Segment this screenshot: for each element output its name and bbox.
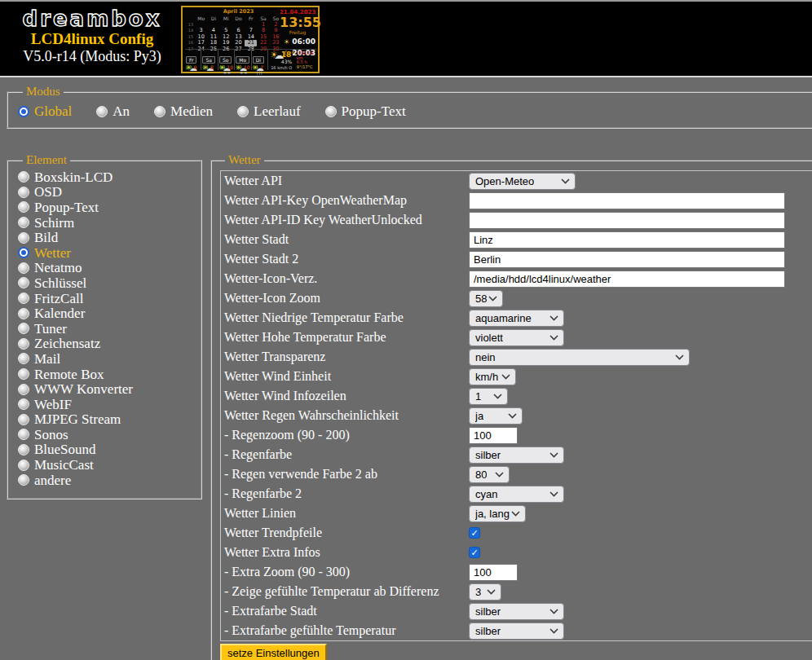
element-radio-popup-text[interactable] [18, 201, 29, 213]
wetter-regen-wahrscheinlichkeit-select[interactable]: ja [469, 407, 523, 425]
element-option-label[interactable]: Remote Box [34, 367, 104, 381]
element-option-label[interactable]: Boxskin-LCD [34, 170, 113, 184]
element-option-zeichensatz[interactable]: Zeichensatz [18, 337, 196, 352]
modus-option-an[interactable]: An [96, 104, 130, 118]
element-radio-schlüssel[interactable] [18, 277, 29, 288]
wetter-hohe-temperatur-farbe-select[interactable]: violett [469, 329, 564, 346]
element-option-label[interactable]: Mail [34, 352, 60, 366]
element-option-label[interactable]: Popup-Text [34, 200, 99, 214]
element-radio-remote-box[interactable] [18, 368, 29, 380]
regen-verwende-farbe-2-ab-select[interactable]: 80 [469, 466, 510, 483]
element-option-label[interactable]: Tuner [34, 322, 67, 336]
wetter-stadt-2-input[interactable] [469, 251, 785, 268]
element-radio-boxskin-lcd[interactable] [18, 171, 29, 183]
element-option-mail[interactable]: Mail [18, 351, 196, 367]
modus-option-leerlauf[interactable]: Leerlauf [237, 104, 301, 118]
element-radio-bluesound[interactable] [18, 444, 29, 455]
element-option-kalender[interactable]: Kalender [18, 306, 196, 321]
element-option-label[interactable]: Wetter [34, 246, 71, 260]
element-option-label[interactable]: FritzCall [34, 292, 83, 306]
modus-radio-an[interactable] [96, 106, 108, 117]
element-option-label[interactable]: andere [34, 473, 71, 487]
modus-radio-leerlauf[interactable] [237, 106, 249, 117]
element-radio-tuner[interactable] [18, 323, 29, 334]
element-option-schirm[interactable]: Schirm [18, 215, 196, 231]
element-option-label[interactable]: Bild [34, 231, 58, 244]
element-radio-bild[interactable] [18, 232, 29, 244]
element-option-remote-box[interactable]: Remote Box [18, 367, 196, 382]
element-option-popup-text[interactable]: Popup-Text [18, 200, 196, 215]
element-radio-osd[interactable] [18, 187, 29, 198]
element-option-osd[interactable]: OSD [18, 185, 196, 200]
modus-option-popup-text[interactable]: Popup-Text [325, 104, 406, 118]
zeige-gefuehlte-temperatur-ab-differenz-select[interactable]: 3 [469, 583, 501, 601]
modus-option-label[interactable]: Global [34, 104, 72, 118]
element-option-tuner[interactable]: Tuner [18, 321, 196, 337]
element-option-www-konverter[interactable]: WWW Konverter [18, 381, 196, 397]
element-radio-musiccast[interactable] [18, 460, 29, 471]
wetter-api-id-key-weatherunlocked-input[interactable] [469, 212, 785, 229]
element-option-netatmo[interactable]: Netatmo [18, 261, 196, 276]
element-option-schlüssel[interactable]: Schlüssel [18, 275, 196, 291]
element-radio-mail[interactable] [18, 353, 29, 364]
element-option-label[interactable]: Sonos [34, 428, 68, 442]
element-option-boxskin-lcd[interactable]: Boxskin-LCD [18, 169, 196, 185]
element-option-wetter[interactable]: Wetter [18, 245, 196, 261]
element-radio-netatmo[interactable] [18, 262, 29, 274]
element-option-label[interactable]: Netatmo [34, 261, 82, 275]
wetter-api-key-openweathermap-input[interactable] [469, 192, 785, 209]
element-radio-wetter[interactable] [18, 247, 29, 258]
wetter-wind-einheit-select[interactable]: km/h [469, 368, 516, 385]
element-option-label[interactable]: WebIF [34, 398, 72, 411]
element-radio-www-konverter[interactable] [18, 384, 29, 395]
wetter-icon-verz-input[interactable] [469, 271, 785, 288]
element-radio-sonos[interactable] [18, 429, 29, 440]
wetter-trendpfeile-checkbox[interactable]: ✓ [469, 527, 480, 539]
wetter-stadt-input[interactable] [469, 231, 785, 249]
modus-radio-medien[interactable] [154, 106, 165, 117]
element-radio-andere[interactable] [18, 474, 29, 486]
element-option-label[interactable]: Schlüssel [34, 276, 86, 290]
wetter-icon-zoom-select[interactable]: 58 [469, 290, 503, 307]
wetter-extra-infos-checkbox[interactable]: ✓ [469, 547, 480, 558]
element-option-label[interactable]: BlueSound [34, 442, 96, 456]
wetter-linien-select[interactable]: ja, lang [469, 505, 526, 522]
extrafarbe-gefuehlte-temperatur-select[interactable]: silber [469, 623, 564, 640]
element-option-musiccast[interactable]: MusicCast [18, 457, 196, 473]
wetter-transparenz-select[interactable]: nein [469, 349, 690, 366]
element-option-bluesound[interactable]: BlueSound [18, 442, 196, 458]
element-option-mjpeg-stream[interactable]: MJPEG Stream [18, 412, 196, 428]
extrafarbe-stadt-select[interactable]: silber [469, 603, 564, 620]
element-option-label[interactable]: Zeichensatz [34, 337, 100, 350]
element-radio-schirm[interactable] [18, 217, 29, 228]
element-radio-webif[interactable] [18, 398, 29, 410]
element-radio-zeichensatz[interactable] [18, 338, 29, 350]
element-option-label[interactable]: MJPEG Stream [34, 412, 121, 426]
modus-option-label[interactable]: An [113, 104, 130, 118]
element-radio-fritzcall[interactable] [18, 293, 29, 304]
modus-radio-popup-text[interactable] [325, 106, 337, 117]
element-option-label[interactable]: OSD [34, 185, 62, 199]
apply-settings-button[interactable]: setze Einstellungen [220, 644, 327, 660]
element-option-bild[interactable]: Bild [18, 230, 196, 245]
element-option-webif[interactable]: WebIF [18, 397, 196, 412]
modus-option-label[interactable]: Popup-Text [342, 104, 406, 118]
element-radio-kalender[interactable] [18, 308, 29, 319]
element-option-andere[interactable]: andere [18, 473, 196, 488]
wetter-wind-infozeilen-select[interactable]: 1 [469, 388, 508, 405]
element-option-sonos[interactable]: Sonos [18, 427, 196, 442]
element-option-label[interactable]: MusicCast [34, 458, 94, 472]
extra-zoom-input[interactable] [469, 564, 518, 581]
wetter-niedrige-temperatur-farbe-select[interactable]: aquamarine [469, 310, 564, 327]
element-option-label[interactable]: Kalender [34, 306, 85, 320]
modus-option-label[interactable]: Leerlauf [254, 104, 301, 118]
element-option-fritzcall[interactable]: FritzCall [18, 291, 196, 306]
modus-option-label[interactable]: Medien [170, 104, 213, 118]
regenfarbe-2-select[interactable]: cyan [469, 486, 564, 503]
wetter-api-select[interactable]: Open-Meteo [469, 173, 576, 190]
element-radio-mjpeg-stream[interactable] [18, 414, 29, 425]
element-option-label[interactable]: WWW Konverter [34, 382, 133, 396]
element-option-label[interactable]: Schirm [34, 216, 74, 230]
modus-option-medien[interactable]: Medien [154, 104, 213, 118]
regenfarbe-select[interactable]: silber [469, 447, 564, 464]
